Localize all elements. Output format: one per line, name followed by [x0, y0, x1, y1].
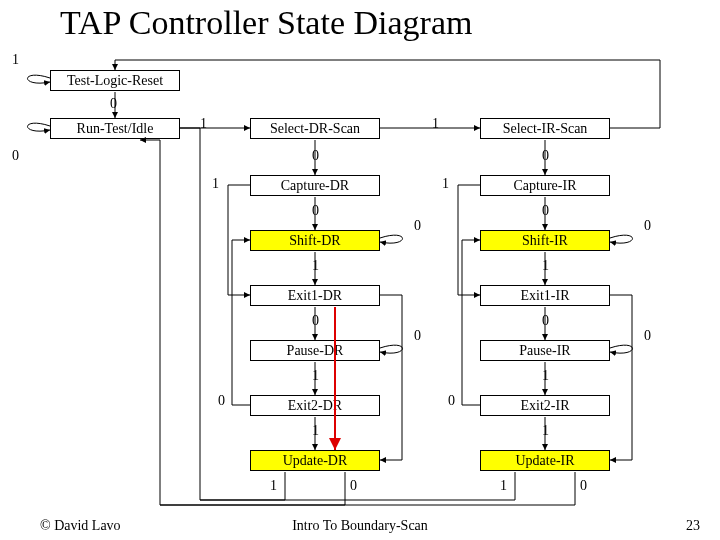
state-exit1-dr: Exit1-DR: [250, 285, 380, 306]
edge-cir-shir: 0: [542, 203, 549, 219]
edge-uir-0: 0: [580, 478, 587, 494]
state-shift-ir: Shift-IR: [480, 230, 610, 251]
state-exit2-ir: Exit2-IR: [480, 395, 610, 416]
edge-e1dr-pdr: 0: [312, 313, 319, 329]
state-test-logic-reset: Test-Logic-Reset: [50, 70, 180, 91]
edge-pir-loop: 0: [644, 328, 651, 344]
edge-shir-e1ir: 1: [542, 258, 549, 274]
edge-rti-loop: 0: [12, 148, 19, 164]
state-update-dr: Update-DR: [250, 450, 380, 471]
state-select-dr-scan: Select-DR-Scan: [250, 118, 380, 139]
edge-sdr-sir: 1: [432, 116, 439, 132]
state-pause-dr: Pause-DR: [250, 340, 380, 361]
edge-tlr-rti: 0: [110, 96, 117, 112]
edge-sdr-cdr: 0: [312, 148, 319, 164]
edge-shir-loop: 0: [644, 218, 651, 234]
footer-page-number: 23: [686, 518, 700, 534]
edge-shdr-loop: 0: [414, 218, 421, 234]
edge-e2ir-shir: 0: [448, 393, 455, 409]
edge-e1ir-pir: 0: [542, 313, 549, 329]
edge-udr-1: 1: [270, 478, 277, 494]
edge-pir-e2ir: 1: [542, 368, 549, 384]
state-run-test-idle: Run-Test/Idle: [50, 118, 180, 139]
edge-e2dr-udr: 1: [312, 423, 319, 439]
edge-e2ir-uir: 1: [542, 423, 549, 439]
edge-e2dr-shdr: 0: [218, 393, 225, 409]
state-shift-dr: Shift-DR: [250, 230, 380, 251]
state-pause-ir: Pause-IR: [480, 340, 610, 361]
footer-title: Intro To Boundary-Scan: [0, 518, 720, 534]
edge-shdr-e1dr: 1: [312, 258, 319, 274]
state-capture-ir: Capture-IR: [480, 175, 610, 196]
state-capture-dr: Capture-DR: [250, 175, 380, 196]
state-select-ir-scan: Select-IR-Scan: [480, 118, 610, 139]
state-exit1-ir: Exit1-IR: [480, 285, 610, 306]
edge-tlr-loop: 1: [12, 52, 19, 68]
edge-sir-cir: 0: [542, 148, 549, 164]
page-title: TAP Controller State Diagram: [60, 4, 472, 42]
edge-cir-e1ir: 1: [442, 176, 449, 192]
edge-pdr-loop: 0: [414, 328, 421, 344]
edge-udr-0: 0: [350, 478, 357, 494]
edge-rti-sdr: 1: [200, 116, 207, 132]
edge-cdr-shdr: 0: [312, 203, 319, 219]
edge-pdr-e2dr: 1: [312, 368, 319, 384]
state-update-ir: Update-IR: [480, 450, 610, 471]
edge-cdr-e1dr: 1: [212, 176, 219, 192]
state-exit2-dr: Exit2-DR: [250, 395, 380, 416]
edge-uir-1: 1: [500, 478, 507, 494]
